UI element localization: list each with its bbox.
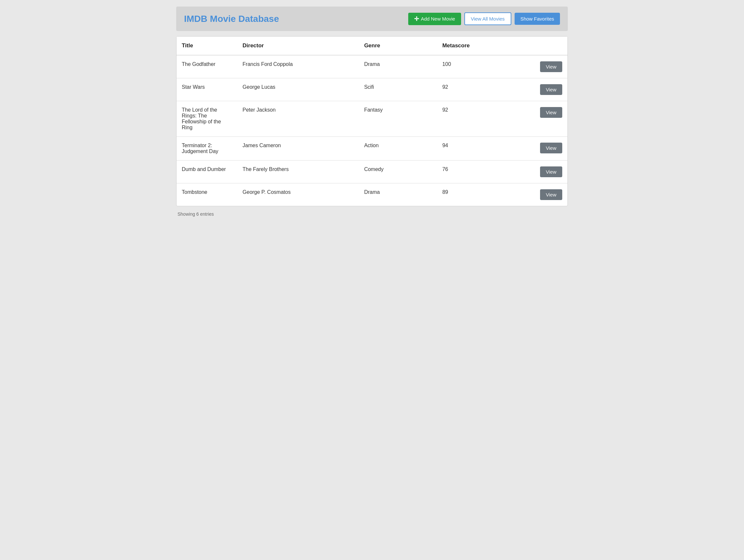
cell-genre: Fantasy — [359, 101, 437, 137]
cell-director: George P. Cosmatos — [237, 183, 359, 206]
cell-genre: Comedy — [359, 160, 437, 183]
movie-table: Title Director Genre Metascore The Godfa… — [177, 37, 567, 206]
table-row: TombstoneGeorge P. CosmatosDrama89View — [177, 183, 567, 206]
cell-actions: View — [524, 101, 567, 137]
app-title: IMDB Movie Database — [184, 14, 279, 24]
cell-title: The Godfather — [177, 55, 237, 78]
cell-actions: View — [524, 160, 567, 183]
view-button-3[interactable]: View — [540, 143, 562, 153]
col-header-title: Title — [177, 37, 237, 55]
cell-genre: Drama — [359, 183, 437, 206]
cell-actions: View — [524, 55, 567, 78]
table-row: The GodfatherFrancis Ford CoppolaDrama10… — [177, 55, 567, 78]
cell-director: Peter Jackson — [237, 101, 359, 137]
cell-metascore: 76 — [437, 160, 524, 183]
view-button-5[interactable]: View — [540, 189, 562, 200]
header: IMDB Movie Database ✛ Add New Movie View… — [176, 6, 568, 31]
movie-table-container: Title Director Genre Metascore The Godfa… — [176, 36, 568, 206]
app-container: IMDB Movie Database ✛ Add New Movie View… — [176, 6, 568, 222]
table-row: Star WarsGeorge LucasScifi92View — [177, 78, 567, 101]
table-body: The GodfatherFrancis Ford CoppolaDrama10… — [177, 55, 567, 206]
cell-director: George Lucas — [237, 78, 359, 101]
cell-title: Star Wars — [177, 78, 237, 101]
cell-metascore: 100 — [437, 55, 524, 78]
cell-genre: Drama — [359, 55, 437, 78]
cell-director: Francis Ford Coppola — [237, 55, 359, 78]
header-actions: ✛ Add New Movie View All Movies Show Fav… — [408, 12, 560, 25]
table-row: Terminator 2: Judgement DayJames Cameron… — [177, 137, 567, 160]
col-header-director: Director — [237, 37, 359, 55]
cell-actions: View — [524, 183, 567, 206]
cell-director: James Cameron — [237, 137, 359, 160]
cell-title: The Lord of the Rings: The Fellowship of… — [177, 101, 237, 137]
table-row: Dumb and DumberThe Farely BrothersComedy… — [177, 160, 567, 183]
showing-entries: Showing 6 entries — [178, 212, 214, 217]
cell-metascore: 92 — [437, 101, 524, 137]
view-button-4[interactable]: View — [540, 166, 562, 177]
col-header-metascore: Metascore — [437, 37, 524, 55]
cell-metascore: 89 — [437, 183, 524, 206]
view-all-movies-button[interactable]: View All Movies — [464, 12, 511, 25]
cell-actions: View — [524, 78, 567, 101]
cell-title: Tombstone — [177, 183, 237, 206]
cell-metascore: 94 — [437, 137, 524, 160]
view-button-0[interactable]: View — [540, 61, 562, 72]
footer: Showing 6 entries — [176, 206, 568, 222]
cell-genre: Scifi — [359, 78, 437, 101]
col-header-genre: Genre — [359, 37, 437, 55]
col-header-actions — [524, 37, 567, 55]
view-button-1[interactable]: View — [540, 84, 562, 95]
cell-title: Terminator 2: Judgement Day — [177, 137, 237, 160]
add-new-movie-button[interactable]: ✛ Add New Movie — [408, 13, 461, 25]
cell-metascore: 92 — [437, 78, 524, 101]
plus-icon: ✛ — [414, 16, 419, 22]
view-button-2[interactable]: View — [540, 107, 562, 118]
table-row: The Lord of the Rings: The Fellowship of… — [177, 101, 567, 137]
table-header-row: Title Director Genre Metascore — [177, 37, 567, 55]
cell-title: Dumb and Dumber — [177, 160, 237, 183]
show-favorites-button[interactable]: Show Favorites — [515, 13, 560, 25]
cell-actions: View — [524, 137, 567, 160]
cell-director: The Farely Brothers — [237, 160, 359, 183]
cell-genre: Action — [359, 137, 437, 160]
